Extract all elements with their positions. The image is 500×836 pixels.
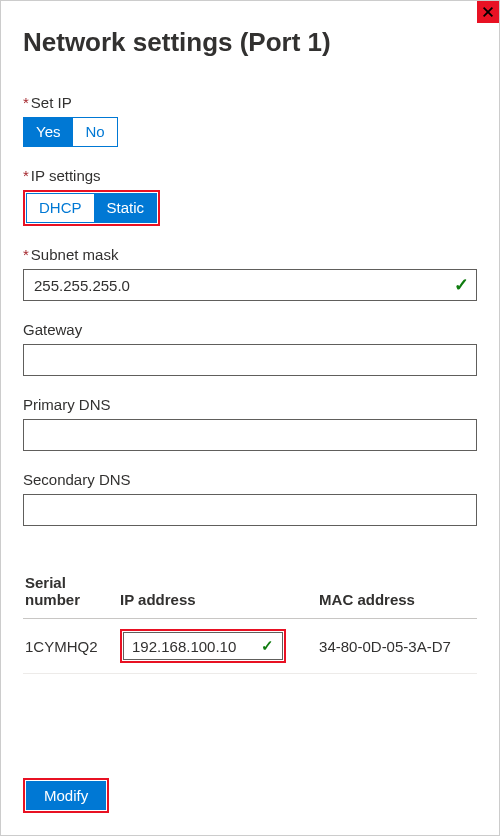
- ip-settings-highlight: DHCP Static: [23, 190, 160, 226]
- close-icon: [481, 5, 495, 19]
- secondary-dns-input[interactable]: [23, 494, 477, 526]
- cell-mac: 34-80-0D-05-3A-D7: [317, 619, 477, 674]
- primary-dns-input-wrap: [23, 419, 477, 451]
- ip-settings-static-button[interactable]: Static: [94, 193, 158, 223]
- set-ip-toggle: Yes No: [23, 117, 118, 147]
- set-ip-no-button[interactable]: No: [72, 117, 117, 147]
- close-button[interactable]: [477, 1, 499, 23]
- gateway-input-wrap: [23, 344, 477, 376]
- secondary-dns-label: Secondary DNS: [23, 471, 477, 488]
- required-marker: *: [23, 167, 29, 184]
- set-ip-field: *Set IP Yes No: [23, 94, 477, 147]
- ip-cell-input[interactable]: 192.168.100.10 ✓: [123, 632, 283, 660]
- col-mac: MAC address: [317, 566, 477, 619]
- ip-settings-dhcp-button[interactable]: DHCP: [26, 193, 95, 223]
- ip-settings-field: *IP settings DHCP Static: [23, 167, 477, 226]
- cell-ip: 192.168.100.10 ✓: [118, 619, 317, 674]
- gateway-label: Gateway: [23, 321, 477, 338]
- footer: Modify: [23, 778, 109, 813]
- modify-button[interactable]: Modify: [26, 781, 106, 810]
- nodes-table-section: Serial number IP address MAC address 1CY…: [23, 566, 477, 674]
- ip-cell-value: 192.168.100.10: [132, 638, 236, 655]
- nodes-table: Serial number IP address MAC address 1CY…: [23, 566, 477, 674]
- required-marker: *: [23, 246, 29, 263]
- gateway-field: Gateway: [23, 321, 477, 376]
- primary-dns-field: Primary DNS: [23, 396, 477, 451]
- modify-highlight: Modify: [23, 778, 109, 813]
- subnet-input[interactable]: [23, 269, 477, 301]
- ip-cell-highlight: 192.168.100.10 ✓: [120, 629, 286, 663]
- cell-serial: 1CYMHQ2: [23, 619, 118, 674]
- set-ip-yes-button[interactable]: Yes: [23, 117, 73, 147]
- set-ip-label: *Set IP: [23, 94, 477, 111]
- subnet-input-wrap: ✓: [23, 269, 477, 301]
- col-serial: Serial number: [23, 566, 118, 619]
- subnet-label: *Subnet mask: [23, 246, 477, 263]
- required-marker: *: [23, 94, 29, 111]
- col-ip: IP address: [118, 566, 317, 619]
- secondary-dns-field: Secondary DNS: [23, 471, 477, 526]
- check-icon: ✓: [261, 637, 274, 655]
- subnet-field: *Subnet mask ✓: [23, 246, 477, 301]
- ip-settings-label: *IP settings: [23, 167, 477, 184]
- primary-dns-input[interactable]: [23, 419, 477, 451]
- gateway-input[interactable]: [23, 344, 477, 376]
- secondary-dns-input-wrap: [23, 494, 477, 526]
- ip-settings-toggle: DHCP Static: [26, 193, 157, 223]
- table-row: 1CYMHQ2 192.168.100.10 ✓ 34-80-0D-05-3A-…: [23, 619, 477, 674]
- primary-dns-label: Primary DNS: [23, 396, 477, 413]
- page-title: Network settings (Port 1): [23, 27, 477, 58]
- network-settings-panel: Network settings (Port 1) *Set IP Yes No…: [0, 0, 500, 836]
